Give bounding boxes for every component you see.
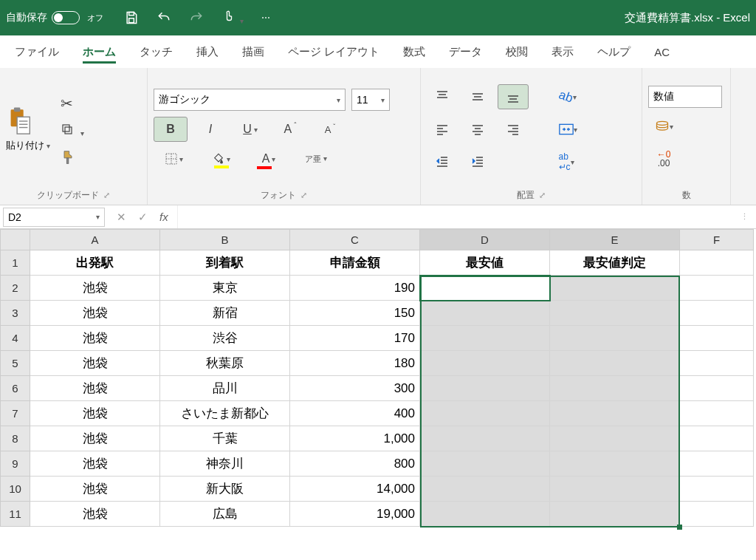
format-painter-icon[interactable]	[61, 150, 84, 165]
cell[interactable]: 800	[290, 451, 420, 477]
cell[interactable]: 170	[290, 326, 420, 351]
cell[interactable]: 池袋	[30, 477, 160, 502]
tab-layout[interactable]: ページ レイアウト	[276, 38, 391, 66]
cell[interactable]: 広島	[160, 502, 290, 527]
borders-button[interactable]: ▾	[154, 146, 195, 171]
cell[interactable]: 190	[290, 276, 420, 301]
tab-view[interactable]: 表示	[540, 38, 585, 66]
tab-insert[interactable]: 挿入	[185, 38, 230, 66]
cell[interactable]	[420, 351, 550, 376]
cell[interactable]	[550, 326, 680, 351]
cell[interactable]: 渋谷	[160, 326, 290, 351]
row-header[interactable]: 1	[1, 250, 30, 276]
column-headers[interactable]: A B C D E F	[1, 230, 754, 250]
cell[interactable]: 新宿	[160, 301, 290, 326]
tab-review[interactable]: 校閲	[494, 38, 540, 66]
font-launcher-icon[interactable]: ⤢	[300, 191, 307, 200]
font-size-select[interactable]: 11▾	[351, 89, 390, 111]
copy-icon[interactable]	[61, 123, 84, 140]
row-header[interactable]: 9	[1, 451, 30, 477]
cell[interactable]: 神奈川	[160, 451, 290, 477]
tab-data[interactable]: データ	[437, 38, 494, 66]
cell[interactable]	[680, 301, 754, 326]
row-header[interactable]: 8	[1, 426, 30, 451]
qat-customize-icon[interactable]: ⋯	[261, 13, 270, 23]
fill-color-button[interactable]: ▾	[201, 146, 242, 171]
align-right-button[interactable]	[498, 117, 529, 142]
cell[interactable]	[550, 376, 680, 401]
accounting-format-button[interactable]: ▾	[648, 114, 679, 139]
cell[interactable]	[550, 276, 680, 301]
clipboard-launcher-icon[interactable]: ⤢	[103, 191, 110, 200]
number-format-select[interactable]: 数値	[648, 86, 722, 108]
cell[interactable]: 最安値判定	[550, 250, 680, 276]
tab-draw[interactable]: 描画	[230, 38, 276, 66]
cell[interactable]: 19,000	[290, 502, 420, 527]
wrap-text-button[interactable]: ab↵c▾	[551, 149, 582, 174]
cell[interactable]: さいたま新都心	[160, 401, 290, 426]
enter-icon[interactable]: ✓	[138, 211, 148, 224]
autosave-toggle[interactable]: 自動保存 オフ	[6, 11, 103, 24]
selection-handle-icon[interactable]	[677, 525, 682, 530]
tab-help[interactable]: ヘルプ	[585, 38, 642, 66]
cell[interactable]: 申請金額	[290, 250, 420, 276]
merge-cells-button[interactable]: ▾	[552, 117, 583, 142]
cell[interactable]	[420, 276, 550, 301]
decrease-font-button[interactable]: Aˇ	[313, 117, 347, 142]
cell[interactable]	[680, 426, 754, 451]
col-header[interactable]: A	[30, 230, 160, 250]
cell[interactable]: 1,000	[290, 426, 420, 451]
decrease-indent-button[interactable]	[427, 149, 458, 174]
row-header[interactable]: 4	[1, 326, 30, 351]
row-header[interactable]: 11	[1, 502, 30, 527]
cell[interactable]: 池袋	[30, 276, 160, 301]
select-all-corner[interactable]	[1, 230, 30, 250]
cell[interactable]: 到着駅	[160, 250, 290, 276]
align-center-button[interactable]	[462, 117, 493, 142]
cell[interactable]	[550, 451, 680, 477]
cell[interactable]	[550, 301, 680, 326]
cell[interactable]	[680, 250, 754, 276]
bold-button[interactable]: B	[154, 117, 188, 142]
font-color-button[interactable]: A▾	[248, 146, 289, 171]
cell[interactable]	[420, 477, 550, 502]
tab-formulas[interactable]: 数式	[391, 38, 437, 66]
formula-input[interactable]	[177, 205, 733, 228]
cell[interactable]: 池袋	[30, 351, 160, 376]
cell[interactable]	[420, 451, 550, 477]
cell[interactable]	[420, 376, 550, 401]
tab-acrobat[interactable]: AC	[642, 38, 681, 66]
cell[interactable]: 400	[290, 401, 420, 426]
cut-icon[interactable]: ✂	[61, 95, 84, 112]
cell[interactable]: 池袋	[30, 326, 160, 351]
italic-button[interactable]: I	[193, 117, 227, 142]
row-header[interactable]: 7	[1, 401, 30, 426]
font-name-select[interactable]: 游ゴシック▾	[154, 89, 346, 111]
row-header[interactable]: 10	[1, 477, 30, 502]
cancel-icon[interactable]: ✕	[117, 211, 126, 224]
cell[interactable]: 池袋	[30, 401, 160, 426]
row-header[interactable]: 5	[1, 351, 30, 376]
align-middle-button[interactable]	[462, 84, 493, 109]
cell[interactable]	[680, 376, 754, 401]
touch-mode-icon[interactable]	[221, 10, 244, 26]
undo-icon[interactable]	[157, 10, 171, 25]
alignment-launcher-icon[interactable]: ⤢	[539, 191, 546, 200]
cell[interactable]: 品川	[160, 376, 290, 401]
fx-icon[interactable]: fx	[159, 211, 168, 224]
cell[interactable]: 14,000	[290, 477, 420, 502]
cell[interactable]	[680, 326, 754, 351]
cell[interactable]: 秋葉原	[160, 351, 290, 376]
row-header[interactable]: 6	[1, 376, 30, 401]
increase-indent-button[interactable]	[462, 149, 493, 174]
name-box[interactable]: D2▾	[3, 208, 105, 227]
cell[interactable]	[420, 401, 550, 426]
cell[interactable]	[680, 401, 754, 426]
cell[interactable]	[550, 502, 680, 527]
col-header[interactable]: C	[290, 230, 420, 250]
col-header[interactable]: F	[680, 230, 754, 250]
cell[interactable]: 新大阪	[160, 477, 290, 502]
cell[interactable]	[420, 326, 550, 351]
align-bottom-button[interactable]	[498, 84, 529, 109]
orientation-button[interactable]: ab▾	[552, 84, 583, 109]
